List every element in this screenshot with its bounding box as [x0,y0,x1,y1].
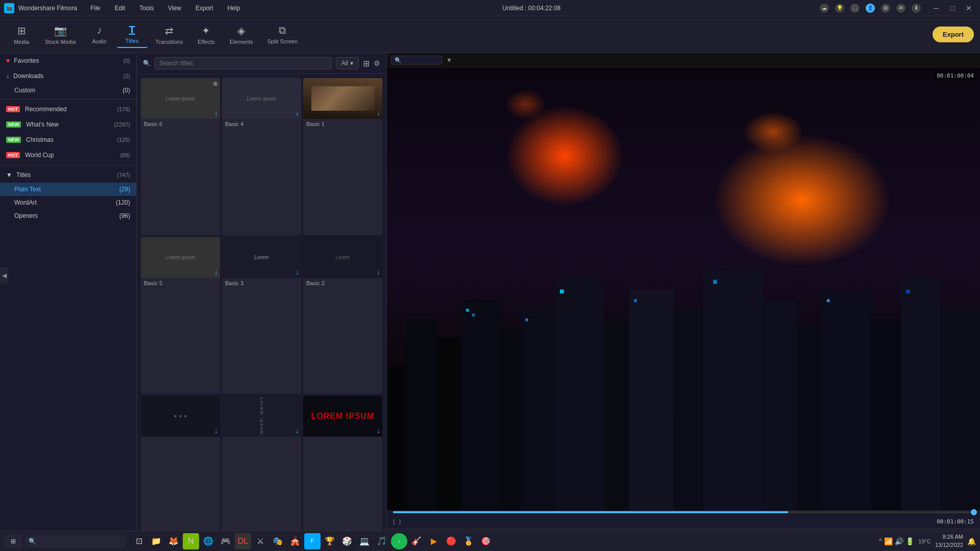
tool-titles[interactable]: T Titles [117,21,148,48]
title-card-basic5[interactable]: Lorem ipsum ↓ Basic 5 [141,237,220,394]
download-icon-basic6[interactable]: ↓ [214,109,218,117]
progress-handle[interactable] [971,509,977,515]
tool-titles-label: Titles [126,38,139,44]
tray-battery-icon[interactable]: 🔋 [905,537,914,545]
search-input[interactable] [155,57,332,69]
close-button[interactable]: ✕ [962,3,976,13]
preview-filter-icon[interactable]: ▼ [446,57,452,64]
taskbar-app-game2[interactable]: ⚔ [252,533,268,549]
download-icon-basic3[interactable]: ↓ [296,268,299,276]
panel-downloads[interactable]: ↓ Downloads (2) [0,68,136,84]
tray-volume-icon[interactable]: 🔊 [895,537,903,545]
panel-whats-new[interactable]: NEW What's New (2297) [0,117,136,132]
maximize-button[interactable]: □ [945,3,960,13]
menu-help[interactable]: Help [225,3,243,14]
download-icon-a[interactable]: ↓ [214,427,218,435]
taskbar-app-game8[interactable]: 🎵 [374,533,390,549]
taskbar-app-game10[interactable]: 🔴 [443,533,459,549]
tool-split-screen[interactable]: ⧉ Split Screen [261,21,304,47]
download-icon-basic5[interactable]: ↓ [214,268,218,276]
left-panel: ♥ Favorites (0) ↓ Downloads (2) Custom (… [0,53,137,551]
taskbar-app-game9[interactable]: 🎸 [408,533,425,549]
taskbar-app-spotify[interactable]: ♪ [391,533,407,549]
taskbar-app-game11[interactable]: 🏅 [460,533,477,549]
panel-wordart[interactable]: WordArt (120) [0,196,136,209]
tool-stock-media[interactable]: 📷 Stock Media [39,21,82,48]
download-icon[interactable]: ⬇ [912,4,921,13]
panel-christmas[interactable]: NEW Christmas (125) [0,132,136,147]
title-card-c[interactable]: LOREM IPSUM ↓ [303,396,382,547]
taskbar-app-folder[interactable]: 📁 [148,533,164,549]
taskbar-search[interactable]: 🔍 [24,535,127,548]
taskbar-app-chrome[interactable]: 🌐 [200,533,216,549]
account-icon[interactable]: 👤 [866,4,875,13]
menu-edit[interactable]: Edit [112,3,129,14]
world-cup-count: (89) [120,152,130,158]
card-preview-basic5: Lorem ipsum ↓ [141,237,220,278]
minimize-button[interactable]: ─ [929,3,943,13]
media-icon: ⊞ [17,24,26,37]
mail-icon[interactable]: ✉ [896,4,905,13]
title-card-basic6[interactable]: Lorem ipsum ⊕ ↓ Basic 6 [141,78,220,235]
crop-icon[interactable]: ⊕ [213,80,218,87]
title-card-basic2[interactable]: Lorem ↓ Basic 2 [303,237,382,394]
taskbar-app-game4[interactable]: 🎪 [287,533,303,549]
tool-effects[interactable]: ✦ Effects [191,21,222,48]
taskbar: ⊞ 🔍 ⊡ 📁 🦊 N 🌐 🎮 DL ⚔ 🎭 🎪 F 🏆 🎲 💻 🎵 ♪ 🎸 ▶… [0,531,980,551]
title-card-a[interactable]: • • • ↓ [141,396,220,547]
download-icon-b[interactable]: ↓ [296,427,299,435]
download-icon-basic2[interactable]: ↓ [377,268,380,276]
filter-icon[interactable]: ⚙ [374,59,380,67]
grid-icon[interactable]: ⊞ [881,4,890,13]
panel-recommended[interactable]: HOT Recommended (176) [0,102,136,117]
panel-world-cup[interactable]: HOT World Cup (89) [0,147,136,163]
taskbar-app-game5[interactable]: 🏆 [322,533,338,549]
menu-file[interactable]: File [87,3,103,14]
grid-view-button[interactable]: ⊞ [363,59,370,68]
download-icon-basic4[interactable]: ↓ [296,109,299,117]
tool-audio[interactable]: ♪ Audio [84,21,115,47]
tray-expand-icon[interactable]: ^ [879,537,883,545]
tool-transitions[interactable]: ⇄ Transitions [150,21,189,48]
progress-track[interactable] [393,511,974,513]
download-icon-basic1[interactable]: ↓ [377,109,380,117]
taskbar-app-game1[interactable]: 🎮 [217,533,234,549]
bulb-icon[interactable]: 💡 [835,4,844,13]
taskbar-app-firefox[interactable]: 🦊 [165,533,182,549]
panel-collapse-arrow[interactable]: ◀ [0,267,8,284]
menu-view[interactable]: View [165,3,184,14]
tray-network-icon[interactable]: 📶 [884,537,893,545]
taskbar-app-nvidia[interactable]: N [183,533,199,549]
export-button[interactable]: Export [933,27,974,42]
taskbar-app-game7[interactable]: 💻 [356,533,373,549]
taskbar-clock[interactable]: 8:26 AM 13/12/2022 [935,533,963,549]
tool-elements[interactable]: ◈ Elements [224,21,259,48]
panel-custom[interactable]: Custom (0) [0,84,136,97]
menu-export[interactable]: Export [192,3,216,14]
title-card-b[interactable]: Lorem ipsum ↓ [222,396,301,547]
title-card-basic4[interactable]: Lorem ipsum ↓ Basic 4 [222,78,301,235]
current-time-display: 00:01:00:15 [937,518,974,525]
panel-favorites[interactable]: ♥ Favorites (0) [0,53,136,68]
panel-openers[interactable]: Openers (96) [0,209,136,222]
notification-icon[interactable]: 🔔 [967,537,976,545]
taskbar-app-game6[interactable]: 🎲 [339,533,355,549]
taskbar-app-game12[interactable]: 🎯 [478,533,494,549]
download-icon-c[interactable]: ↓ [377,427,380,435]
preview-search[interactable] [391,56,442,65]
taskbar-app-dl[interactable]: DL [235,533,251,549]
start-button[interactable]: ⊞ [4,534,22,548]
menu-tools[interactable]: Tools [136,3,157,14]
panel-plain-text[interactable]: Plain Text (29) [0,183,136,196]
title-card-basic3[interactable]: Lorem ↓ Basic 3 [222,237,301,394]
taskbar-app-explorer[interactable]: ⊡ [131,533,147,549]
headset-icon[interactable]: 🎧 [850,4,860,13]
taskbar-app-vlc[interactable]: ▶ [426,533,442,549]
taskbar-app-filmora[interactable]: F [304,533,321,549]
taskbar-app-game3[interactable]: 🎭 [270,533,286,549]
tool-media[interactable]: ⊞ Media [6,21,37,48]
filter-dropdown[interactable]: All ▾ [336,57,359,69]
panel-titles[interactable]: ▼ Titles (747) [0,167,136,183]
title-card-basic1[interactable]: ↓ Basic 1 [303,78,382,235]
cloud-icon[interactable]: ☁ [820,4,829,13]
